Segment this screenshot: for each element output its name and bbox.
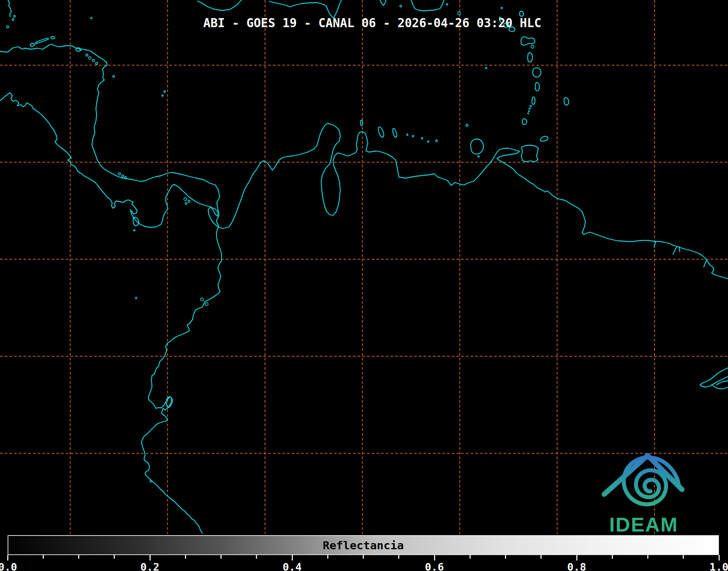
colorbar-minor-tick (327, 555, 328, 559)
colorbar-tick-label: 0.6 (425, 561, 444, 571)
colorbar-minor-tick (470, 555, 471, 559)
island (529, 108, 530, 109)
colorbar-minor-tick (256, 555, 257, 559)
colorbar-label: Reflectancia (8, 535, 719, 555)
island (113, 76, 115, 77)
island (184, 198, 187, 201)
colorbar-major-tick (576, 555, 577, 560)
coastline (0, 93, 222, 533)
island (12, 19, 14, 21)
coastline (380, 0, 444, 11)
logo-wordmark: IDEAM (609, 513, 678, 536)
satellite-map-figure: ABI - GOES 19 - CANAL 06 - 2026-04-26 03… (0, 0, 728, 571)
island (407, 134, 408, 135)
small-islands (7, 4, 534, 482)
colorbar-major-tick (292, 555, 293, 560)
island (528, 113, 529, 114)
island (412, 135, 414, 137)
island (201, 298, 203, 301)
colorbar-major-tick (434, 555, 435, 560)
colorbar-minor-tick (647, 555, 648, 559)
island (531, 45, 534, 48)
island (86, 54, 88, 56)
colorbar-minor-tick (185, 555, 186, 559)
island (164, 91, 166, 93)
colorbar: Reflectancia 0.00.20.40.60.81.0 (8, 535, 720, 571)
coastline (8, 0, 11, 17)
island (205, 303, 208, 306)
island (530, 105, 531, 107)
coastline (654, 242, 706, 267)
island (188, 200, 190, 202)
island (7, 26, 9, 28)
colorbar-minor-tick (43, 555, 44, 559)
colorbar-tick-label: 0.8 (567, 561, 586, 571)
island (421, 138, 423, 139)
island (400, 5, 402, 7)
colorbar-ticks (8, 555, 719, 561)
colorbar-minor-tick (398, 555, 399, 559)
colorbar-minor-tick (505, 555, 506, 559)
island (446, 4, 448, 5)
island (478, 156, 479, 157)
colorbar-tick-label: 0.0 (0, 561, 17, 571)
colorbar-minor-tick (78, 555, 79, 559)
colorbar-minor-tick (540, 555, 542, 559)
coastline (471, 136, 548, 154)
island (162, 95, 163, 96)
island (466, 124, 468, 126)
colorbar-tick-label: 0.2 (140, 561, 159, 571)
coastline (521, 145, 538, 162)
island (122, 175, 124, 177)
colorbar-major-tick (150, 555, 151, 560)
island (96, 62, 98, 64)
island (118, 173, 121, 175)
colorbar-major-tick (7, 555, 8, 560)
ideam-logo: IDEAM (590, 445, 710, 536)
coastline (700, 368, 728, 389)
island (529, 111, 530, 112)
island (458, 12, 460, 15)
colorbar-tick-label: 1.0 (710, 561, 728, 571)
island (150, 480, 152, 482)
coastline (269, 0, 341, 18)
island (501, 7, 502, 9)
colorbar-minor-tick (683, 555, 684, 559)
colorbar-minor-tick (220, 555, 222, 559)
colorbar-major-tick (719, 555, 720, 560)
island (485, 67, 487, 69)
colorbar-minor-tick (114, 555, 115, 559)
island (436, 140, 438, 142)
island (92, 59, 94, 62)
satellite-product-page: { "title": "ABI - GOES 19 - CANAL 06 - 2… (0, 0, 728, 571)
colorbar-minor-tick (612, 555, 613, 559)
coastline (0, 44, 728, 279)
image-title: ABI - GOES 19 - CANAL 06 - 2026-04-26 03… (17, 16, 728, 30)
island (125, 177, 127, 179)
island (14, 16, 16, 17)
island (134, 230, 135, 231)
colorbar-tick-label: 0.4 (283, 561, 302, 571)
coastline (198, 0, 241, 11)
colorbar-minor-tick (363, 555, 364, 559)
island (185, 203, 187, 205)
island (89, 57, 91, 59)
island (428, 141, 429, 142)
coastline (30, 37, 81, 51)
colorbar-tick-labels: 0.00.20.40.60.81.0 (8, 561, 719, 571)
island (135, 297, 137, 299)
